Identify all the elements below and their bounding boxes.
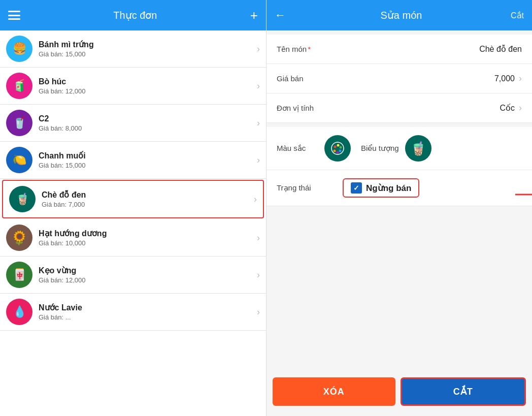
mau-sac-label: Màu sắc [277,144,322,153]
form-section: Tên món* Chè đỗ đen Giá bán 7,000 › Đơn … [267,35,532,123]
item-name-hat-huong-duong: Hạt hướng dương [39,229,253,238]
item-icon-hat-huong-duong: 🌻 [6,225,32,251]
xoa-button[interactable]: XÓA [273,377,395,406]
item-price-chanh-muoi: Giá bán: 15,000 [39,162,253,169]
svg-point-4 [337,144,340,147]
menu-item-c2[interactable]: 🥤 C2 Giá bán: 8,000 › [0,105,266,142]
item-icon-che-do-den: 🧋 [9,186,36,212]
chevron-icon: › [257,307,260,317]
ngung-ban-label: Ngừng bán [366,183,411,194]
chevron-icon: › [257,155,260,166]
item-icon-nuoc-lavie: 💧 [6,299,32,325]
left-panel: Thực đơn + 🍔 Bánh mì trứng Giá bán: 15,0… [0,0,267,416]
item-name-chanh-muoi: Chanh muối [39,151,253,161]
item-price-che-do-den: Giá bán: 7,000 [42,201,250,208]
arrow-connector-icon [515,187,532,202]
item-price-c2: Giá bán: 8,000 [39,124,253,132]
ngung-ban-checkbox[interactable]: ✓ [351,182,362,194]
checkmark-icon: ✓ [353,184,359,192]
chevron-icon: › [257,270,260,280]
chevron-icon: › [254,194,257,205]
menu-item-bo-huc[interactable]: 🧃 Bò húc Giá bán: 12,000 › [0,68,266,105]
item-icon-banh-mi-trung: 🍔 [6,36,32,62]
status-row: Trạng thái ✓ Ngừng bán [267,170,532,206]
left-panel-title: Thực đơn [113,9,157,21]
svg-point-6 [339,150,342,152]
ngung-ban-checkbox-area[interactable]: ✓ Ngừng bán [343,178,419,198]
item-price-bo-huc: Giá bán: 12,000 [39,87,253,95]
menu-list: 🍔 Bánh mì trứng Giá bán: 15,000 › 🧃 Bò h… [0,30,266,416]
bieu-tuong-label: Biểu tượng [361,144,399,153]
right-header: ← Sửa món Cắt [267,0,532,30]
hamburger-menu-icon[interactable] [8,11,20,20]
symbol-emoji: 🧋 [410,141,426,156]
symbol-picker-button[interactable]: 🧋 [405,135,431,162]
right-panel-title: Sửa món [292,9,511,21]
item-price-nuoc-lavie: Giá bán: ... [39,313,253,321]
chevron-icon: › [257,44,260,54]
don-vi-tinh-label: Đơn vị tính [277,104,343,113]
cut-header-button[interactable]: Cắt [511,11,524,20]
item-name-banh-mi-trung: Bánh mì trứng [39,40,253,49]
gia-ban-chevron-icon: › [519,73,522,84]
item-price-hat-huong-duong: Giá bán: 10,000 [39,239,253,247]
chevron-icon: › [257,81,260,91]
item-name-che-do-den: Chè đỗ đen [42,190,250,200]
item-icon-keo-vung: 🀄 [6,262,32,288]
gia-ban-value[interactable]: 7,000 [343,74,515,83]
chevron-icon: › [257,118,260,129]
item-icon-bo-huc: 🧃 [6,73,32,99]
form-row-gia-ban: Giá bán 7,000 › [267,64,532,93]
back-button[interactable]: ← [275,9,286,22]
menu-item-che-do-den[interactable]: 🧋 Chè đỗ đen Giá bán: 7,000 › [2,180,264,218]
svg-point-8 [334,150,336,152]
item-icon-c2: 🥤 [6,110,32,136]
left-header: Thực đơn + [0,0,266,30]
menu-item-keo-vung[interactable]: 🀄 Kẹo vừng Giá bán: 12,000 › [0,257,266,294]
item-name-c2: C2 [39,114,253,123]
don-vi-tinh-value[interactable]: Cốc [343,103,515,113]
chevron-icon: › [257,233,260,243]
bottom-buttons: XÓA CẮT [267,371,532,416]
menu-item-chanh-muoi[interactable]: 🍋 Chanh muối Giá bán: 15,000 › [0,142,266,179]
form-row-ten-mon: Tên món* Chè đỗ đen [267,35,532,64]
ten-mon-label: Tên món* [277,45,343,53]
gia-ban-label: Giá bán [277,74,343,83]
svg-point-5 [340,146,342,149]
don-vi-tinh-chevron-icon: › [519,103,522,113]
menu-item-nuoc-lavie[interactable]: 💧 Nước Lavie Giá bán: ... › [0,294,266,331]
symbol-section: Biểu tượng 🧋 [361,135,431,162]
color-picker-button[interactable] [324,135,351,162]
trang-thai-label: Trạng thái [277,183,343,193]
color-symbol-row: Màu sắc Biểu tượng 🧋 [267,127,532,170]
item-name-nuoc-lavie: Nước Lavie [39,303,253,312]
form-row-don-vi-tinh: Đơn vị tính Cốc › [267,93,532,123]
menu-item-hat-huong-duong[interactable]: 🌻 Hạt hướng dương Giá bán: 10,000 › [0,219,266,257]
right-panel: ← Sửa món Cắt Tên món* Chè đỗ đen Giá bá… [267,0,532,416]
item-price-banh-mi-trung: Giá bán: 15,000 [39,50,253,58]
ten-mon-value[interactable]: Chè đỗ đen [343,44,522,54]
palette-icon [330,141,345,155]
item-name-keo-vung: Kẹo vừng [39,266,253,275]
svg-point-3 [334,146,337,148]
item-icon-chanh-muoi: 🍋 [6,147,32,173]
add-item-button[interactable]: + [250,8,258,23]
item-name-bo-huc: Bò húc [39,77,253,86]
svg-point-7 [337,151,339,154]
item-price-keo-vung: Giá bán: 12,000 [39,276,253,284]
menu-item-banh-mi-trung[interactable]: 🍔 Bánh mì trứng Giá bán: 15,000 › [0,30,266,68]
cat-button[interactable]: CẮT [401,377,526,406]
